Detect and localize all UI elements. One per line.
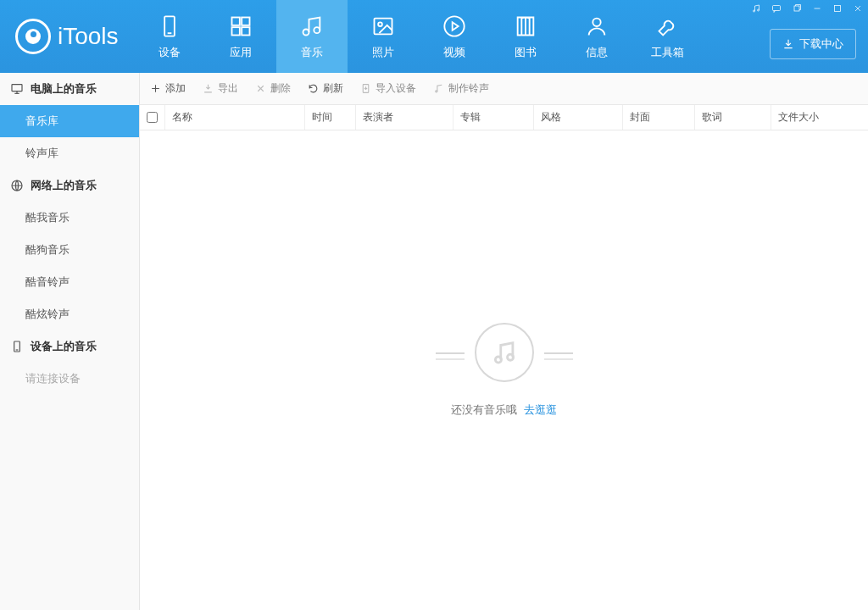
tab-video[interactable]: 视频 (419, 0, 490, 73)
sidebar: 电脑上的音乐 音乐库 铃声库 网络上的音乐 酷我音乐 酷狗音乐 酷音铃声 酷炫铃… (0, 73, 140, 610)
export-button[interactable]: 导出 (203, 81, 238, 96)
svg-rect-2 (231, 17, 239, 25)
sidebar-item-kuxuan[interactable]: 酷炫铃声 (0, 298, 139, 330)
svg-point-29 (436, 91, 437, 92)
empty-state: 还没有音乐哦 去逛逛 (140, 130, 868, 610)
sidebar-section-network: 网络上的音乐 酷我音乐 酷狗音乐 酷音铃声 酷炫铃声 (0, 169, 139, 330)
music-icon (299, 14, 325, 39)
column-name[interactable]: 名称 (165, 105, 305, 130)
svg-point-11 (593, 18, 600, 25)
refresh-icon (308, 83, 319, 94)
svg-point-13 (758, 9, 760, 11)
add-button[interactable]: 添加 (150, 81, 186, 96)
tab-apps[interactable]: 应用 (205, 0, 276, 73)
column-lyric[interactable]: 歌词 (695, 105, 771, 130)
video-icon (442, 14, 467, 39)
sidebar-header-local[interactable]: 电脑上的音乐 (0, 73, 139, 105)
download-center-button[interactable]: 下载中心 (770, 29, 856, 59)
sidebar-item-kuyin[interactable]: 酷音铃声 (0, 266, 139, 298)
sidebar-item-music-library[interactable]: 音乐库 (0, 105, 139, 137)
restore-icon[interactable] (787, 0, 807, 17)
column-size[interactable]: 文件大小 (771, 105, 868, 130)
sidebar-header-device[interactable]: 设备上的音乐 (0, 330, 139, 363)
minimize-button[interactable] (807, 0, 827, 17)
column-cover[interactable]: 封面 (623, 105, 695, 130)
window-controls (746, 0, 868, 17)
export-icon (203, 83, 214, 94)
tab-toolbox[interactable]: 工具箱 (632, 0, 704, 73)
svg-rect-17 (835, 6, 841, 12)
close-button[interactable] (848, 0, 868, 17)
tab-info[interactable]: 信息 (561, 0, 632, 73)
ringtone-icon (433, 83, 444, 94)
speech-icon[interactable] (766, 0, 787, 17)
make-ringtone-button[interactable]: 制作铃声 (433, 81, 489, 96)
empty-music-icon (475, 323, 534, 382)
photo-icon (370, 14, 396, 39)
main-nav: 设备 应用 音乐 照片 视频 图书 信息 工具箱 (134, 0, 704, 73)
sidebar-header-network[interactable]: 网络上的音乐 (0, 169, 139, 202)
svg-point-9 (378, 22, 382, 26)
svg-rect-15 (794, 6, 799, 11)
table-header: 名称 时间 表演者 专辑 风格 封面 歌词 文件大小 (140, 105, 868, 130)
monitor-icon (10, 82, 24, 96)
main-area: 添加 导出 删除 刷新 导入设备 制作铃声 (140, 73, 868, 610)
tab-photos[interactable]: 照片 (348, 0, 419, 73)
tab-books[interactable]: 图书 (490, 0, 561, 73)
tab-device[interactable]: 设备 (134, 0, 205, 73)
app-header: iTools 设备 应用 音乐 照片 视频 图书 信息 (0, 0, 868, 73)
svg-rect-4 (231, 27, 239, 35)
svg-rect-20 (12, 85, 22, 92)
toolbar: 添加 导出 删除 刷新 导入设备 制作铃声 (140, 73, 868, 105)
music-mini-icon[interactable] (746, 0, 766, 17)
svg-point-7 (314, 27, 320, 33)
apps-icon (228, 14, 253, 39)
person-icon (584, 14, 609, 39)
phone-icon (10, 340, 24, 353)
svg-point-30 (495, 357, 501, 363)
svg-point-12 (754, 10, 755, 12)
delete-icon (255, 83, 266, 94)
empty-text: 还没有音乐哦 去逛逛 (451, 402, 557, 418)
svg-point-10 (444, 16, 464, 36)
app-name: iTools (58, 23, 119, 50)
sidebar-item-kugou[interactable]: 酷狗音乐 (0, 234, 139, 266)
sidebar-item-ringtone-library[interactable]: 铃声库 (0, 137, 139, 169)
device-icon (157, 14, 182, 39)
svg-rect-5 (242, 27, 249, 35)
globe-icon (10, 179, 24, 192)
sidebar-item-connect-device: 请连接设备 (0, 363, 139, 395)
sidebar-item-kuwo[interactable]: 酷我音乐 (0, 202, 139, 234)
select-all-checkbox[interactable] (147, 112, 158, 123)
sidebar-section-device: 设备上的音乐 请连接设备 (0, 330, 139, 395)
refresh-button[interactable]: 刷新 (308, 81, 343, 96)
plus-icon (150, 83, 161, 94)
svg-point-31 (507, 354, 513, 360)
app-logo: iTools (0, 0, 134, 73)
column-time[interactable]: 时间 (305, 105, 356, 130)
svg-rect-14 (773, 6, 781, 11)
column-checkbox[interactable] (140, 105, 165, 130)
wrench-icon (655, 14, 681, 39)
sidebar-section-local: 电脑上的音乐 音乐库 铃声库 (0, 73, 139, 169)
book-icon (513, 14, 538, 39)
browse-link[interactable]: 去逛逛 (524, 403, 557, 416)
delete-button[interactable]: 删除 (255, 81, 291, 96)
maximize-button[interactable] (827, 0, 848, 17)
svg-rect-8 (374, 18, 392, 34)
column-album[interactable]: 专辑 (453, 105, 534, 130)
svg-rect-3 (242, 17, 249, 25)
import-icon (360, 83, 371, 94)
column-artist[interactable]: 表演者 (356, 105, 453, 130)
import-device-button[interactable]: 导入设备 (360, 81, 416, 96)
logo-icon (15, 19, 51, 54)
download-icon (782, 38, 794, 50)
svg-point-6 (303, 29, 309, 35)
tab-music[interactable]: 音乐 (276, 0, 348, 73)
column-genre[interactable]: 风格 (534, 105, 623, 130)
